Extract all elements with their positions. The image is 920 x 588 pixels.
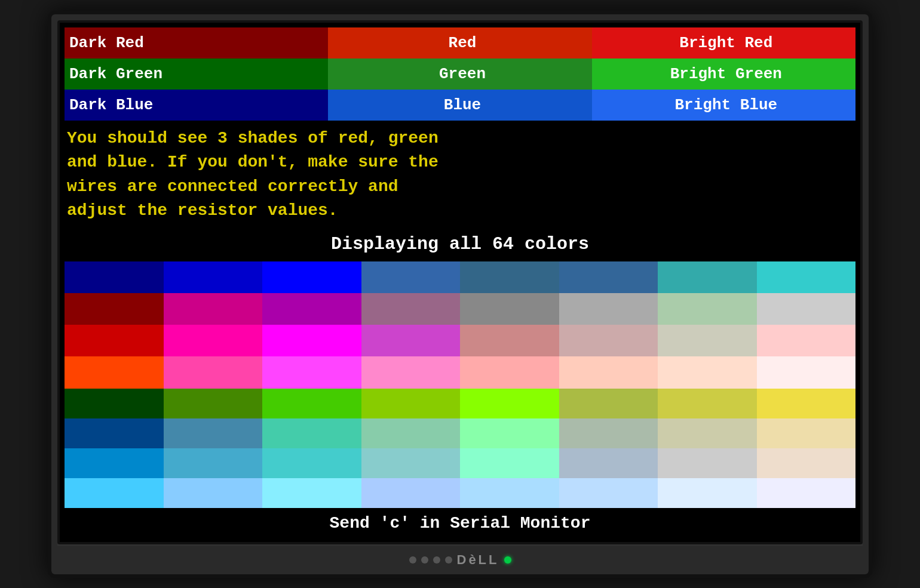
cell-bright-red: Bright Red	[592, 27, 855, 59]
grid-cell	[559, 478, 658, 508]
grid-cell	[65, 389, 164, 418]
grid-cell	[361, 293, 461, 325]
grid-cell	[658, 325, 757, 356]
grid-cell	[757, 261, 856, 293]
grid-cell	[164, 325, 263, 356]
grid-cell	[460, 293, 559, 325]
grid-cell	[658, 356, 757, 388]
grid-cell	[262, 356, 361, 388]
grid-cell	[361, 389, 461, 418]
ctrl-dot-3	[433, 556, 440, 564]
cell-bright-blue: Bright Blue	[592, 90, 855, 121]
color-grid	[65, 261, 855, 508]
grid-cell	[65, 293, 164, 325]
grid-cell	[361, 478, 461, 508]
color-row-red: Dark Red Red Bright Red	[65, 27, 855, 59]
grid-cell	[262, 325, 361, 356]
grid-cell	[658, 478, 757, 508]
grid-cell	[757, 325, 856, 356]
grid-cell	[658, 261, 757, 293]
ctrl-dot-2	[421, 556, 428, 564]
grid-cell	[559, 389, 658, 418]
power-indicator[interactable]	[504, 556, 511, 564]
screen: Dark Red Red Bright Red Dark Green Green…	[57, 20, 863, 544]
grid-cell	[460, 478, 559, 508]
grid-cell	[460, 448, 559, 478]
grid-cell	[65, 478, 164, 508]
grid-cell	[65, 325, 164, 356]
grid-cell	[658, 293, 757, 325]
grid-cell	[65, 418, 164, 448]
monitor-controls: DèLL	[409, 552, 511, 568]
grid-cell	[164, 478, 263, 508]
grid-cell	[164, 389, 263, 418]
grid-cell	[559, 356, 658, 388]
grid-cell	[559, 325, 658, 356]
grid-cell	[757, 293, 856, 325]
grid-cell	[559, 448, 658, 478]
grid-cell	[757, 478, 856, 508]
grid-cell	[164, 448, 263, 478]
grid-cell	[164, 293, 263, 325]
color-bars: Dark Red Red Bright Red Dark Green Green…	[65, 27, 855, 121]
info-text: You should see 3 shades of red, green an…	[65, 121, 855, 228]
grid-cell	[460, 356, 559, 388]
grid-cell	[559, 293, 658, 325]
grid-cell	[262, 261, 361, 293]
color-row-green: Dark Green Green Bright Green	[65, 59, 855, 90]
grid-cell	[559, 261, 658, 293]
grid-cell	[164, 356, 263, 388]
grid-cell	[361, 418, 461, 448]
grid-cell	[262, 293, 361, 325]
grid-cell	[658, 418, 757, 448]
grid-cell	[262, 478, 361, 508]
cell-green: Green	[328, 59, 591, 90]
monitor: Dark Red Red Bright Red Dark Green Green…	[48, 11, 872, 578]
grid-cell	[658, 448, 757, 478]
bottom-message: Send 'c' in Serial Monitor	[65, 508, 855, 537]
ctrl-dot-1	[409, 556, 416, 564]
grid-cell	[658, 389, 757, 418]
grid-cell	[262, 448, 361, 478]
grid-cell	[65, 261, 164, 293]
grid-cell	[361, 325, 461, 356]
monitor-base: DèLL	[57, 544, 863, 574]
grid-cell	[361, 261, 461, 293]
grid-cell	[262, 389, 361, 418]
grid-cell	[164, 418, 263, 448]
cell-red: Red	[328, 27, 591, 59]
cell-dark-green: Dark Green	[65, 59, 328, 90]
grid-cell	[460, 261, 559, 293]
grid-cell	[757, 418, 856, 448]
grid-cell	[361, 356, 461, 388]
grid-cell	[361, 448, 461, 478]
grid-cell	[460, 325, 559, 356]
grid-cell	[757, 356, 856, 388]
grid-cell	[559, 418, 658, 448]
cell-bright-green: Bright Green	[592, 59, 855, 90]
brand-label: DèLL	[457, 552, 499, 568]
ctrl-dot-4	[445, 556, 452, 564]
grid-cell	[757, 448, 856, 478]
cell-blue: Blue	[328, 90, 591, 121]
grid-cell	[65, 448, 164, 478]
grid-cell	[262, 418, 361, 448]
color-row-blue: Dark Blue Blue Bright Blue	[65, 90, 855, 121]
cell-dark-blue: Dark Blue	[65, 90, 328, 121]
grid-cell	[460, 389, 559, 418]
grid-cell	[65, 356, 164, 388]
grid-cell	[757, 389, 856, 418]
grid-cell	[460, 418, 559, 448]
cell-dark-red: Dark Red	[65, 27, 328, 59]
grid-cell	[164, 261, 263, 293]
displaying-text: Displaying all 64 colors	[65, 228, 855, 261]
